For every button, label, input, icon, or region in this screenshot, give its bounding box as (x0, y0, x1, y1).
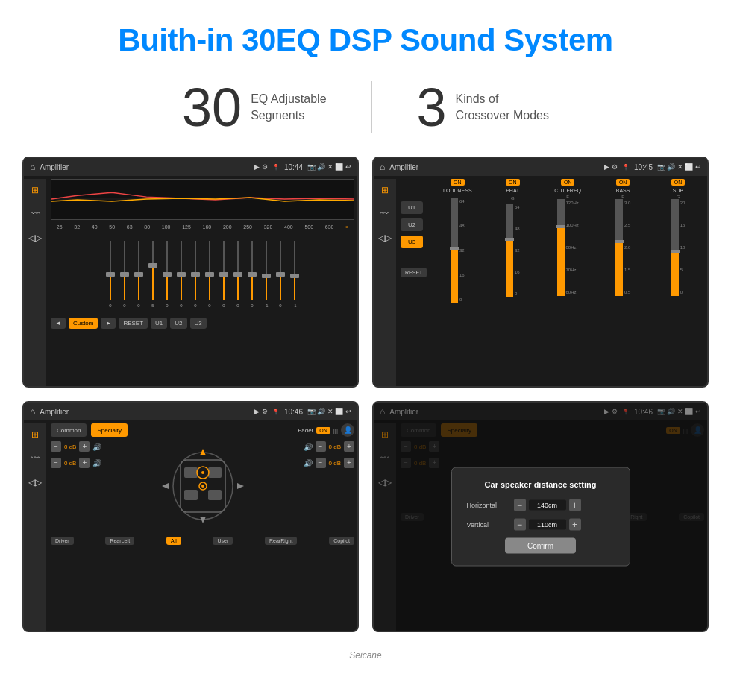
status-bar-3: ⌂ Amplifier ▶ ⚙ 📍 10:46 📷 🔊 ✕ ⬜ ↩ (24, 403, 357, 420)
vol-rr-plus[interactable]: + (344, 458, 354, 468)
eq-desc-2: Segments (251, 107, 326, 124)
wave-icon-3[interactable]: 〰 (31, 453, 40, 464)
screen-distance: ⌂ Amplifier ▶ ⚙ 📍 10:46 📷 🔊 ✕ ⬜ ↩ ⊞ 〰 ◁▷… (372, 401, 709, 632)
fader-14[interactable]: -1 (289, 239, 301, 308)
loudness-on[interactable]: ON (451, 179, 465, 186)
ch-bass: ON BASS F 3.02.52.01.50.5 (597, 179, 649, 343)
horizontal-minus[interactable]: − (514, 499, 526, 511)
ch-phat: ON PHAT G 644832160 (486, 179, 539, 343)
rearleft-btn[interactable]: RearLeft (105, 537, 134, 545)
fader-11[interactable]: 0 (246, 239, 258, 308)
vertical-minus[interactable]: − (514, 519, 526, 531)
home-icon-2[interactable]: ⌂ (380, 162, 385, 172)
fader-3[interactable]: 0 (133, 239, 145, 308)
distance-dialog: Car speaker distance setting Horizontal … (451, 467, 630, 567)
screen-eq: ⌂ Amplifier ▶ ⚙ 📍 10:44 📷 🔊 ✕ ⬜ ↩ ⊞ 〰 ◁▷ (22, 157, 359, 388)
bass-label: BASS (616, 188, 630, 193)
vol-icon-3[interactable]: ◁▷ (28, 477, 42, 488)
eq-icon-3[interactable]: ⊞ (31, 429, 39, 440)
fader-4[interactable]: 5 (147, 239, 159, 308)
crossover-desc-1: Kinds of (456, 91, 549, 107)
bass-on[interactable]: ON (616, 179, 630, 186)
fader-5[interactable]: 0 (161, 239, 173, 308)
fader-label: Fader (298, 427, 313, 434)
vol-fr-plus[interactable]: + (344, 441, 354, 452)
cutfreq-on[interactable]: ON (561, 179, 575, 186)
sub-label: SUB (673, 188, 683, 193)
eq-bottom-buttons: ◄ Custom ► RESET U1 U2 U3 (51, 318, 354, 329)
fader-13[interactable]: 0 (274, 239, 286, 308)
u1-cross-button[interactable]: U1 (401, 201, 423, 214)
side-icons-2: ⊞ 〰 ◁▷ (374, 179, 396, 386)
svg-rect-4 (184, 467, 198, 478)
prev-button[interactable]: ◄ (51, 318, 66, 329)
u3-cross-button[interactable]: U3 (401, 236, 423, 248)
ch-sub: ON SUB G 20151050 (652, 179, 704, 343)
vertical-plus[interactable]: + (569, 519, 581, 531)
vol-icon-1[interactable]: ◁▷ (28, 233, 42, 243)
horizontal-value: 140cm (529, 500, 566, 511)
u2-cross-button[interactable]: U2 (401, 218, 423, 231)
fader-1[interactable]: 0 (104, 239, 116, 308)
fader-9[interactable]: 0 (218, 239, 230, 308)
horizontal-plus[interactable]: + (569, 499, 581, 511)
vol-rl-minus[interactable]: − (51, 458, 61, 468)
car-diagram (106, 441, 298, 531)
vol-icon-2[interactable]: ◁▷ (378, 233, 392, 243)
reset-cross-button[interactable]: RESET (401, 268, 427, 277)
crossover-content: U1 U2 U3 RESET ON LOUDNESS (398, 176, 707, 346)
eq-icon-2[interactable]: ⊞ (381, 185, 389, 195)
wave-icon-1[interactable]: 〰 (31, 209, 40, 219)
side-icons-1: ⊞ 〰 ◁▷ (24, 179, 46, 386)
screen1-icons: ▶ ⚙ (254, 163, 268, 171)
reset-button[interactable]: RESET (119, 318, 148, 329)
u3-button[interactable]: U3 (190, 318, 207, 329)
home-icon-1[interactable]: ⌂ (30, 162, 35, 172)
copilot-btn[interactable]: Copilot (329, 537, 354, 545)
wave-icon-2[interactable]: 〰 (380, 209, 389, 219)
fader-6[interactable]: 0 (175, 239, 187, 308)
phat-label: PHAT (506, 188, 519, 193)
next-button[interactable]: ► (101, 318, 116, 329)
fader-7[interactable]: 0 (189, 239, 201, 308)
fader-2[interactable]: 0 (119, 239, 131, 308)
driver-btn[interactable]: Driver (51, 537, 74, 545)
vol-rl-plus[interactable]: + (79, 458, 90, 468)
vol-left: − 0 dB + 🔊 − 0 dB + 🔊 (51, 441, 101, 468)
crossover-number: 3 (417, 81, 447, 134)
home-icon-3[interactable]: ⌂ (30, 406, 35, 417)
all-btn[interactable]: All (166, 537, 181, 545)
fader-12[interactable]: -1 (260, 239, 272, 308)
screen2-title: Amplifier (389, 163, 600, 171)
fader-10[interactable]: 0 (232, 239, 244, 308)
vol-fl-minus[interactable]: − (51, 441, 61, 452)
vertical-row: Vertical − 110cm + (467, 519, 615, 531)
watermark: Seicane (0, 647, 731, 663)
u1-button[interactable]: U1 (151, 318, 167, 329)
cutfreq-label: CUT FREQ (554, 188, 581, 193)
svg-rect-7 (208, 490, 222, 500)
vol-row-fl: − 0 dB + 🔊 (51, 441, 101, 452)
vol-fr-minus[interactable]: − (316, 441, 326, 452)
side-icons-3: ⊞ 〰 ◁▷ (24, 423, 46, 631)
svg-marker-15 (237, 483, 244, 489)
loudness-label: LOUDNESS (443, 188, 472, 193)
u2-button[interactable]: U2 (170, 318, 186, 329)
custom-button[interactable]: Custom (69, 318, 98, 329)
stats-row: 30 EQ Adjustable Segments 3 Kinds of Cro… (0, 73, 731, 157)
vol-rr-minus[interactable]: − (316, 458, 326, 468)
confirm-button[interactable]: Confirm (505, 538, 576, 554)
page-title: Buith-in 30EQ DSP Sound System (0, 0, 731, 73)
vol-fl-plus[interactable]: + (79, 441, 90, 452)
rearright-btn[interactable]: RearRight (265, 537, 298, 545)
eq-icon-1[interactable]: ⊞ (31, 185, 39, 195)
fader-8[interactable]: 0 (204, 239, 216, 308)
sub-on[interactable]: ON (671, 179, 685, 186)
stat-crossover: 3 Kinds of Crossover Modes (372, 81, 594, 134)
phat-on[interactable]: ON (506, 179, 520, 186)
status-bar-1: ⌂ Amplifier ▶ ⚙ 📍 10:44 📷 🔊 ✕ ⬜ ↩ (24, 158, 357, 176)
user-btn[interactable]: User (213, 537, 233, 545)
screenshots-grid: ⌂ Amplifier ▶ ⚙ 📍 10:44 📷 🔊 ✕ ⬜ ↩ ⊞ 〰 ◁▷ (0, 157, 731, 647)
specialty-tab[interactable]: Specialty (91, 423, 127, 437)
common-tab[interactable]: Common (51, 423, 87, 437)
